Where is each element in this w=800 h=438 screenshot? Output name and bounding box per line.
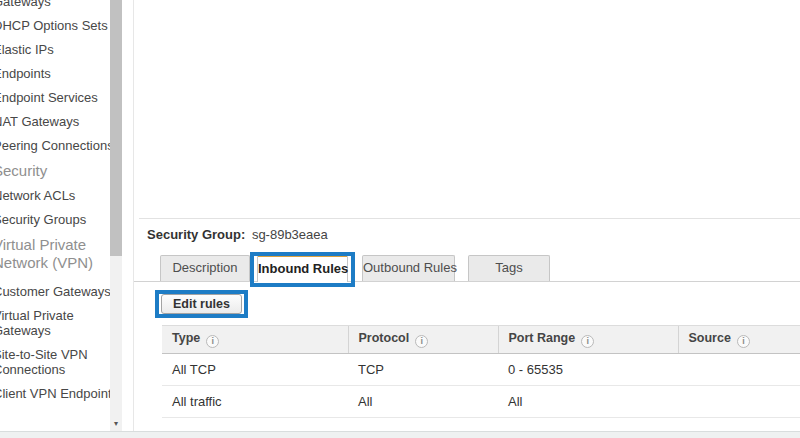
cell-source bbox=[678, 386, 800, 418]
sidebar-item-site-to-site-vpn-connections[interactable]: Site-to-Site VPN Connections bbox=[0, 347, 123, 377]
tab-description[interactable]: Description bbox=[160, 255, 250, 281]
sidebar-scrollbar[interactable]: ▾ bbox=[110, 0, 122, 431]
sidebar-item-gateways[interactable]: Gateways bbox=[0, 0, 123, 9]
security-group-detail-pane: Security Group: sg-89b3eaea DescriptionI… bbox=[134, 218, 800, 431]
table-row: All TCP TCP 0 - 65535 bbox=[162, 354, 800, 386]
sidebar-item-network-acls[interactable]: Network ACLs bbox=[0, 188, 123, 203]
security-group-label: Security Group: bbox=[147, 227, 245, 242]
column-label: Type bbox=[172, 331, 200, 345]
edit-rules-highlight-box: Edit rules bbox=[161, 294, 242, 314]
tab-bar: DescriptionInbound RulesOutbound RulesTa… bbox=[134, 255, 800, 282]
sidebar-item-nat-gateways[interactable]: NAT Gateways bbox=[0, 114, 123, 129]
inbound-rules-table: Typei Protocoli Port Rangei Sourcei All … bbox=[162, 325, 800, 418]
column-label: Port Range bbox=[509, 331, 576, 345]
info-icon[interactable]: i bbox=[415, 335, 428, 348]
sidebar-item-peering-connections[interactable]: Peering Connections bbox=[0, 138, 123, 153]
column-header-source[interactable]: Sourcei bbox=[678, 326, 800, 354]
table-row: All traffic All All bbox=[162, 386, 800, 418]
column-header-type[interactable]: Typei bbox=[162, 326, 348, 354]
tab-outbound-rules[interactable]: Outbound Rules bbox=[362, 255, 455, 281]
sidebar-item-dhcp-options-sets[interactable]: DHCP Options Sets bbox=[0, 18, 123, 33]
column-label: Source bbox=[689, 331, 731, 345]
rules-toolbar: Edit rules bbox=[161, 294, 242, 314]
sidebar-item-virtual-private-gateways[interactable]: Virtual Private Gateways bbox=[0, 308, 123, 338]
sidebar-item-security-groups[interactable]: Security Groups bbox=[0, 212, 123, 227]
sidebar-item-endpoints[interactable]: Endpoints bbox=[0, 66, 123, 81]
sidebar-nav: Gateways DHCP Options Sets Elastic IPs E… bbox=[0, 0, 123, 410]
cell-source bbox=[678, 354, 800, 386]
sidebar-item-client-vpn-endpoints[interactable]: Client VPN Endpoints bbox=[0, 386, 123, 401]
scrollbar-down-arrow-icon[interactable]: ▾ bbox=[110, 419, 122, 429]
aws-vpc-console-screen: Gateways DHCP Options Sets Elastic IPs E… bbox=[0, 0, 800, 438]
sidebar-section-security: Security bbox=[0, 162, 123, 180]
column-header-port-range[interactable]: Port Rangei bbox=[498, 326, 678, 354]
info-icon[interactable]: i bbox=[206, 335, 219, 348]
cell-protocol: All bbox=[348, 386, 498, 418]
cell-port-range: All bbox=[498, 386, 678, 418]
edit-rules-button[interactable]: Edit rules bbox=[161, 294, 242, 314]
footer-strip bbox=[0, 431, 800, 438]
info-icon[interactable]: i bbox=[737, 335, 750, 348]
tab-tags[interactable]: Tags bbox=[468, 255, 550, 281]
sidebar-section-vpn: Virtual Private Network (VPN) bbox=[0, 236, 123, 272]
sidebar-item-customer-gateways[interactable]: Customer Gateways bbox=[0, 284, 123, 299]
column-label: Protocol bbox=[359, 331, 410, 345]
table-header-row: Typei Protocoli Port Rangei Sourcei bbox=[162, 326, 800, 354]
vpc-sidebar: Gateways DHCP Options Sets Elastic IPs E… bbox=[0, 0, 134, 431]
cell-type: All traffic bbox=[162, 386, 348, 418]
security-group-title: Security Group: sg-89b3eaea bbox=[147, 227, 328, 242]
cell-type: All TCP bbox=[162, 354, 348, 386]
tab-inbound-rules[interactable]: Inbound Rules bbox=[257, 255, 348, 282]
main-panel: Security Group: sg-89b3eaea DescriptionI… bbox=[134, 0, 800, 431]
sidebar-item-elastic-ips[interactable]: Elastic IPs bbox=[0, 42, 123, 57]
cell-protocol: TCP bbox=[348, 354, 498, 386]
scrollbar-thumb[interactable] bbox=[110, 0, 122, 256]
inbound-rules-highlight-box: Inbound Rules bbox=[257, 255, 348, 282]
info-icon[interactable]: i bbox=[581, 335, 594, 348]
security-group-id: sg-89b3eaea bbox=[252, 227, 328, 242]
sidebar-item-endpoint-services[interactable]: Endpoint Services bbox=[0, 90, 123, 105]
cell-port-range: 0 - 65535 bbox=[498, 354, 678, 386]
column-header-protocol[interactable]: Protocoli bbox=[348, 326, 498, 354]
